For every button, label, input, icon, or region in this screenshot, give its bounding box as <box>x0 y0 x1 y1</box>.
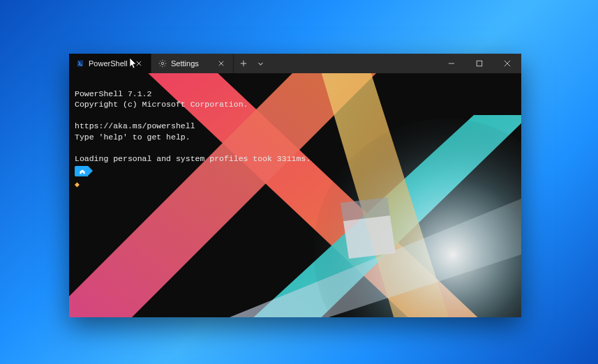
tab-label: Settings <box>171 59 212 68</box>
titlebar: PowerShell Settings <box>69 54 521 73</box>
output-line: https://aka.ms/powershell <box>75 121 195 130</box>
window-controls <box>438 54 521 73</box>
terminal-output: PowerShell 7.1.2 Copyright (c) Microsoft… <box>75 77 516 208</box>
tab-powershell[interactable]: PowerShell <box>69 54 151 73</box>
cursor-icon: ◆ <box>75 179 80 186</box>
terminal-window: PowerShell Settings <box>69 54 521 317</box>
output-line: PowerShell 7.1.2 <box>75 89 151 98</box>
minimize-button[interactable] <box>438 54 465 73</box>
powershell-icon <box>76 59 84 68</box>
tab-dropdown-button[interactable] <box>253 54 267 73</box>
output-line: Loading personal and system profiles too… <box>75 154 311 163</box>
home-icon <box>75 166 88 176</box>
new-tab-button[interactable] <box>234 54 253 73</box>
output-line: Copyright (c) Microsoft Corporation. <box>75 100 248 109</box>
svg-marker-9 <box>343 215 396 259</box>
close-icon[interactable] <box>134 59 144 68</box>
tab-label: PowerShell <box>89 59 130 68</box>
svg-point-0 <box>161 62 163 64</box>
terminal-body[interactable]: PowerShell 7.1.2 Copyright (c) Microsoft… <box>69 73 521 317</box>
tab-settings[interactable]: Settings <box>151 54 234 73</box>
maximize-button[interactable] <box>465 54 493 73</box>
output-line: Type 'help' to get help. <box>75 132 190 142</box>
svg-marker-7 <box>230 199 521 317</box>
prompt <box>75 166 516 176</box>
gear-icon <box>158 59 167 68</box>
titlebar-drag-region[interactable] <box>267 54 438 73</box>
close-icon[interactable] <box>216 59 226 68</box>
svg-rect-1 <box>477 61 482 66</box>
close-button[interactable] <box>493 54 521 73</box>
